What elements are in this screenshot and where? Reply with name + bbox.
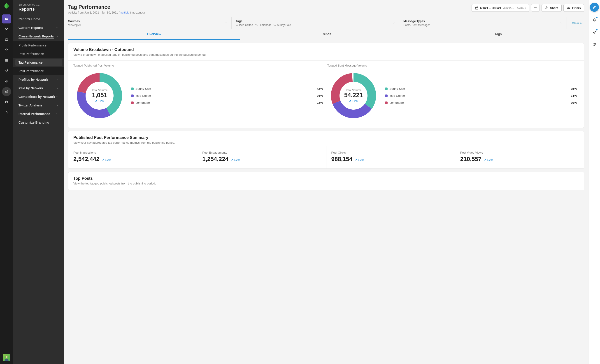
legend-value: 42% [317, 87, 323, 91]
legend-dot [131, 88, 134, 90]
rail-item-reviews[interactable] [2, 108, 11, 117]
card-title: Volume Breakdown - Outbound [73, 47, 579, 52]
svg-rect-11 [7, 91, 8, 93]
sidebar-reports-home[interactable]: Reports Home [13, 15, 64, 23]
ellipsis-icon [534, 6, 537, 10]
notification-dot [596, 17, 598, 18]
legend-value: 30% [571, 101, 577, 104]
rail-item-dashboard[interactable] [2, 25, 11, 34]
tab-overview[interactable]: Overview [68, 29, 240, 40]
legend-value: 36% [317, 94, 323, 97]
legend-label: Iced Coffee [389, 94, 405, 97]
compose-button[interactable] [590, 3, 599, 12]
help-button[interactable] [590, 40, 599, 48]
sidebar-paid-performance[interactable]: Paid Performance [13, 67, 64, 75]
metric-value: 988,154 [331, 156, 353, 163]
calendar-icon [475, 6, 478, 10]
sidebar-tag-performance[interactable]: Tag Performance [15, 59, 62, 66]
sidebar-twitter-analysis[interactable]: Twitter Analysis [13, 101, 64, 109]
card-subtitle: View a breakdown of applied tags on publ… [73, 53, 579, 56]
sidebar-custom-reports[interactable]: Custom Reports [13, 23, 64, 32]
legend-row: Lemonade 30% [385, 99, 577, 106]
card-title: Top Posts [73, 176, 579, 181]
sidebar-customize-branding[interactable]: Customize Branding [13, 118, 64, 127]
svg-point-21 [534, 8, 535, 8]
svg-point-13 [6, 102, 6, 102]
main-content: Tag Performance Activity from Jun 1, 202… [64, 0, 588, 364]
legend-label: Lemonade [389, 101, 404, 104]
org-name: Sprout Coffee Co. [19, 3, 59, 6]
sidebar-cross-network[interactable]: Cross-Network Reports [13, 32, 64, 41]
legend-label: Lemonade [135, 101, 150, 104]
rail-item-reports[interactable] [2, 87, 11, 96]
sidebar-paid-by-network[interactable]: Paid by Network [13, 84, 64, 92]
metric-delta: 1.2% [231, 158, 240, 162]
performance-summary-card: Published Post Performance Summary View … [68, 131, 584, 169]
rail-item-folder-active[interactable] [2, 14, 11, 23]
donut-center-value: 54,221 [344, 92, 363, 99]
legend-value: 34% [571, 94, 577, 97]
card-subtitle: View your key aggregated tag performance… [73, 141, 579, 144]
rail-item-listening[interactable] [2, 77, 11, 86]
compose-icon [592, 5, 596, 9]
donut-center-label: Total Volume [91, 89, 108, 92]
svg-point-22 [535, 8, 536, 8]
filter-message-types[interactable]: Message Types Posts, Sent Messages [399, 17, 567, 29]
metric-value: 2,542,442 [73, 156, 100, 163]
filter-tags[interactable]: Tags Iced Coffee Lemonade Sunny Sale [232, 17, 399, 29]
card-title: Published Post Performance Summary [73, 135, 579, 140]
donut-block: Tagged Sent Message Volume Total Volume … [327, 64, 579, 122]
metric-label: Post Clicks [331, 151, 450, 154]
notifications-button[interactable] [590, 16, 599, 24]
legend-dot [385, 101, 388, 104]
tag-icon [274, 24, 276, 26]
rail-item-bot[interactable] [2, 97, 11, 106]
tab-trends[interactable]: Trends [240, 29, 412, 40]
sidebar-profiles-by-network[interactable]: Profiles by Network [13, 75, 64, 84]
svg-point-14 [7, 102, 7, 102]
clear-all-button[interactable]: Clear all [567, 17, 588, 29]
metric-delta: 1.2% [102, 158, 111, 162]
legend-dot [385, 94, 388, 97]
legend-value: 22% [317, 101, 323, 104]
page-title: Tag Performance [68, 4, 145, 10]
share-button[interactable]: Share [542, 4, 562, 12]
svg-rect-10 [6, 91, 7, 93]
user-avatar[interactable] [3, 354, 10, 361]
donut-title: Tagged Published Post Volume [73, 64, 325, 67]
sidebar-profile-performance[interactable]: Profile Performance [13, 41, 64, 50]
filters-button[interactable]: Filters [563, 4, 584, 12]
filter-sources[interactable]: Sources Viewing All [64, 17, 232, 29]
metric-cell: Post Impressions 2,542,442 1.2% [68, 146, 197, 168]
tag-icon [255, 24, 258, 26]
tab-tags[interactable]: Tags [412, 29, 584, 40]
more-actions-button[interactable] [531, 4, 540, 12]
section-title: Reports [19, 7, 59, 12]
share-icon [545, 6, 549, 10]
app-logo [3, 3, 10, 9]
sidebar-post-performance[interactable]: Post Performance [13, 50, 64, 58]
chevron-down-icon [560, 22, 562, 24]
filter-bar: Sources Viewing All Tags Iced Coffee Lem… [64, 17, 588, 29]
volume-breakdown-card: Volume Breakdown - Outbound View a break… [68, 43, 584, 128]
sidebar-competitors-by-network[interactable]: Competitors by Network [13, 92, 64, 101]
date-range-picker[interactable]: 6/1/21 – 6/30/21 vs 5/1/21 – 5/31/21 [472, 4, 529, 12]
rail-item-pin[interactable] [2, 46, 11, 55]
rail-item-publishing[interactable] [2, 66, 11, 75]
metric-cell: Post Engagements 1,254,224 1.2% [197, 146, 326, 168]
card-subtitle: View the top tagged published posts from… [73, 182, 579, 185]
chevron-down-icon [225, 22, 227, 24]
metric-value: 210,557 [460, 156, 481, 163]
svg-point-16 [6, 356, 8, 358]
donut-center-label: Total Volume [345, 89, 362, 92]
legend-value: 35% [571, 87, 577, 91]
sidebar-internal-performance[interactable]: Internal Performance [13, 109, 64, 118]
nav-rail [0, 0, 13, 364]
metric-cell: Post Clicks 988,154 1.2% [326, 146, 455, 168]
rail-item-inbox[interactable] [2, 35, 11, 44]
rail-item-feed[interactable] [2, 56, 11, 65]
feedback-button[interactable] [590, 28, 599, 36]
donut-block: Tagged Published Post Volume Total Volum… [73, 64, 325, 122]
legend-label: Sunny Sale [389, 87, 405, 91]
donut-center-delta: 1.2% [349, 100, 358, 103]
